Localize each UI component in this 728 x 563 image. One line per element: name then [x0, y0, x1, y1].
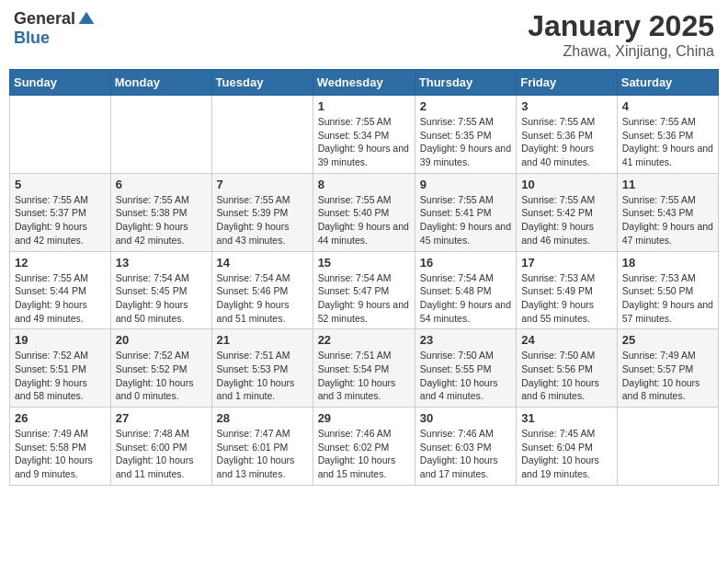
day-number: 23	[420, 333, 511, 347]
day-info: Sunrise: 7:55 AM Sunset: 5:36 PM Dayligh…	[521, 115, 612, 169]
day-info: Sunrise: 7:51 AM Sunset: 5:53 PM Dayligh…	[217, 349, 308, 403]
day-number: 4	[622, 99, 713, 113]
calendar-cell: 24Sunrise: 7:50 AM Sunset: 5:56 PM Dayli…	[517, 329, 618, 408]
calendar-header-row: SundayMondayTuesdayWednesdayThursdayFrid…	[10, 70, 719, 96]
day-number: 22	[318, 333, 410, 347]
month-year-title: January 2025	[528, 9, 714, 43]
day-info: Sunrise: 7:55 AM Sunset: 5:40 PM Dayligh…	[318, 193, 410, 247]
day-header-friday: Friday	[517, 70, 618, 96]
calendar-cell: 3Sunrise: 7:55 AM Sunset: 5:36 PM Daylig…	[517, 96, 618, 174]
logo-blue-text: Blue	[14, 29, 50, 48]
calendar-cell: 2Sunrise: 7:55 AM Sunset: 5:35 PM Daylig…	[415, 96, 516, 174]
day-number: 5	[15, 178, 106, 191]
day-info: Sunrise: 7:46 AM Sunset: 6:02 PM Dayligh…	[318, 427, 410, 481]
calendar-cell	[211, 96, 313, 174]
calendar-cell: 12Sunrise: 7:55 AM Sunset: 5:44 PM Dayli…	[10, 251, 111, 329]
logo: General Blue	[14, 9, 96, 48]
day-info: Sunrise: 7:51 AM Sunset: 5:54 PM Dayligh…	[318, 349, 410, 403]
day-number: 7	[217, 178, 308, 191]
calendar-week-row: 5Sunrise: 7:55 AM Sunset: 5:37 PM Daylig…	[10, 173, 719, 251]
day-info: Sunrise: 7:54 AM Sunset: 5:46 PM Dayligh…	[217, 271, 308, 326]
day-number: 17	[521, 256, 612, 270]
day-info: Sunrise: 7:55 AM Sunset: 5:39 PM Dayligh…	[217, 193, 308, 247]
day-info: Sunrise: 7:53 AM Sunset: 5:49 PM Dayligh…	[521, 271, 612, 326]
day-info: Sunrise: 7:45 AM Sunset: 6:04 PM Dayligh…	[521, 427, 612, 481]
day-number: 30	[420, 411, 511, 425]
day-number: 11	[622, 178, 713, 191]
calendar-week-row: 26Sunrise: 7:49 AM Sunset: 5:58 PM Dayli…	[10, 408, 719, 486]
day-info: Sunrise: 7:55 AM Sunset: 5:43 PM Dayligh…	[622, 193, 713, 247]
day-number: 2	[420, 99, 511, 113]
day-number: 24	[521, 333, 612, 347]
day-number: 16	[420, 256, 511, 270]
calendar-cell: 5Sunrise: 7:55 AM Sunset: 5:37 PM Daylig…	[10, 173, 111, 251]
day-info: Sunrise: 7:47 AM Sunset: 6:01 PM Dayligh…	[217, 427, 308, 481]
day-header-saturday: Saturday	[617, 70, 718, 96]
calendar-cell: 4Sunrise: 7:55 AM Sunset: 5:36 PM Daylig…	[617, 96, 718, 174]
day-header-monday: Monday	[110, 70, 211, 96]
day-info: Sunrise: 7:52 AM Sunset: 5:51 PM Dayligh…	[15, 349, 106, 403]
day-info: Sunrise: 7:55 AM Sunset: 5:44 PM Dayligh…	[15, 271, 106, 326]
day-info: Sunrise: 7:49 AM Sunset: 5:57 PM Dayligh…	[622, 349, 713, 403]
day-info: Sunrise: 7:55 AM Sunset: 5:41 PM Dayligh…	[420, 193, 511, 247]
day-info: Sunrise: 7:54 AM Sunset: 5:47 PM Dayligh…	[318, 271, 410, 326]
calendar-cell: 15Sunrise: 7:54 AM Sunset: 5:47 PM Dayli…	[313, 251, 415, 329]
location-subtitle: Zhawa, Xinjiang, China	[528, 43, 714, 60]
day-number: 15	[318, 256, 410, 270]
day-number: 31	[521, 411, 612, 425]
day-number: 25	[622, 333, 713, 347]
calendar-cell: 16Sunrise: 7:54 AM Sunset: 5:48 PM Dayli…	[415, 251, 516, 329]
calendar-cell: 21Sunrise: 7:51 AM Sunset: 5:53 PM Dayli…	[211, 329, 313, 408]
day-info: Sunrise: 7:53 AM Sunset: 5:50 PM Dayligh…	[622, 271, 713, 326]
day-number: 1	[318, 99, 410, 113]
calendar-cell: 29Sunrise: 7:46 AM Sunset: 6:02 PM Dayli…	[313, 408, 415, 486]
day-header-tuesday: Tuesday	[211, 70, 313, 96]
calendar-cell: 27Sunrise: 7:48 AM Sunset: 6:00 PM Dayli…	[110, 408, 211, 486]
calendar-cell	[617, 408, 718, 486]
calendar-week-row: 19Sunrise: 7:52 AM Sunset: 5:51 PM Dayli…	[10, 329, 719, 408]
calendar-cell: 1Sunrise: 7:55 AM Sunset: 5:34 PM Daylig…	[313, 96, 415, 174]
calendar-cell: 13Sunrise: 7:54 AM Sunset: 5:45 PM Dayli…	[110, 251, 211, 329]
calendar-cell: 19Sunrise: 7:52 AM Sunset: 5:51 PM Dayli…	[10, 329, 111, 408]
calendar-cell	[110, 96, 211, 174]
day-number: 27	[116, 411, 207, 425]
day-number: 28	[217, 411, 308, 425]
day-number: 14	[217, 256, 308, 270]
day-header-wednesday: Wednesday	[313, 70, 415, 96]
day-number: 20	[116, 333, 207, 347]
calendar-week-row: 12Sunrise: 7:55 AM Sunset: 5:44 PM Dayli…	[10, 251, 719, 329]
day-number: 12	[15, 256, 106, 270]
svg-marker-0	[79, 11, 95, 23]
calendar-cell: 8Sunrise: 7:55 AM Sunset: 5:40 PM Daylig…	[313, 173, 415, 251]
day-number: 26	[15, 411, 106, 425]
calendar-cell: 28Sunrise: 7:47 AM Sunset: 6:01 PM Dayli…	[211, 408, 313, 486]
calendar-table: SundayMondayTuesdayWednesdayThursdayFrid…	[9, 69, 719, 486]
day-info: Sunrise: 7:46 AM Sunset: 6:03 PM Dayligh…	[420, 427, 511, 481]
calendar-cell: 14Sunrise: 7:54 AM Sunset: 5:46 PM Dayli…	[211, 251, 313, 329]
day-info: Sunrise: 7:55 AM Sunset: 5:38 PM Dayligh…	[116, 193, 207, 247]
calendar-week-row: 1Sunrise: 7:55 AM Sunset: 5:34 PM Daylig…	[10, 96, 719, 174]
calendar-cell: 9Sunrise: 7:55 AM Sunset: 5:41 PM Daylig…	[415, 173, 516, 251]
calendar-cell: 11Sunrise: 7:55 AM Sunset: 5:43 PM Dayli…	[617, 173, 718, 251]
calendar-cell: 6Sunrise: 7:55 AM Sunset: 5:38 PM Daylig…	[110, 173, 211, 251]
calendar-cell	[10, 96, 111, 174]
day-number: 9	[420, 178, 511, 191]
day-number: 18	[622, 256, 713, 270]
calendar-cell: 25Sunrise: 7:49 AM Sunset: 5:57 PM Dayli…	[617, 329, 718, 408]
calendar-cell: 22Sunrise: 7:51 AM Sunset: 5:54 PM Dayli…	[313, 329, 415, 408]
day-info: Sunrise: 7:52 AM Sunset: 5:52 PM Dayligh…	[116, 349, 207, 403]
calendar-cell: 17Sunrise: 7:53 AM Sunset: 5:49 PM Dayli…	[517, 251, 618, 329]
day-info: Sunrise: 7:55 AM Sunset: 5:34 PM Dayligh…	[318, 115, 410, 169]
day-header-thursday: Thursday	[415, 70, 516, 96]
title-block: January 2025 Zhawa, Xinjiang, China	[528, 9, 714, 60]
day-header-sunday: Sunday	[10, 70, 111, 96]
day-number: 29	[318, 411, 410, 425]
day-info: Sunrise: 7:55 AM Sunset: 5:37 PM Dayligh…	[15, 193, 106, 247]
day-number: 19	[15, 333, 106, 347]
calendar-cell: 18Sunrise: 7:53 AM Sunset: 5:50 PM Dayli…	[617, 251, 718, 329]
day-number: 13	[116, 256, 207, 270]
logo-icon	[77, 10, 96, 29]
calendar-cell: 7Sunrise: 7:55 AM Sunset: 5:39 PM Daylig…	[211, 173, 313, 251]
day-number: 8	[318, 178, 410, 191]
day-info: Sunrise: 7:48 AM Sunset: 6:00 PM Dayligh…	[116, 427, 207, 481]
